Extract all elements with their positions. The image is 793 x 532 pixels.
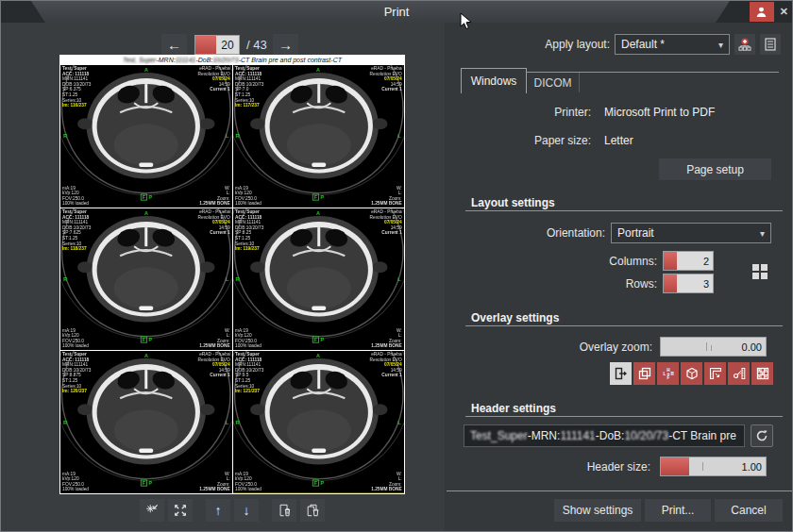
ct-cell[interactable]: Test, Super ACC: 111118 MRN:111141 DOB:1…: [60, 65, 232, 208]
delete-page-icon: [278, 503, 291, 518]
cell-overlay-top-left: Test, Super ACC: 111118 MRN:111141 DOB:1…: [235, 209, 263, 252]
orientation-marker-feet-posterior: F P: [312, 479, 324, 486]
print-preview-page: Test, Super-MRN:111141-DoB:10/20/73-CT B…: [59, 55, 405, 494]
delete-page-button[interactable]: [272, 499, 296, 522]
apply-layout-row: Apply layout: Default * ▾: [454, 34, 781, 55]
list-icon: [763, 37, 778, 52]
header-text-input[interactable]: Test_Super-MRN:111141-DoB:10/20/73-CT Br…: [464, 424, 745, 447]
cell-overlay-bottom-right: W: L: Zoom: 1.25MM BONE: [199, 472, 230, 492]
show-settings-button[interactable]: Show settings: [554, 499, 641, 522]
ct-cell[interactable]: Test, Super ACC: 111118 MRN:111141 DOB:1…: [60, 351, 232, 493]
orientation-marker-left: L: [226, 276, 229, 282]
stepper-drag-handle[interactable]: [195, 36, 216, 54]
paper-size-label: Paper size:: [454, 134, 591, 147]
move-page-down-button[interactable]: ↓: [234, 499, 259, 522]
page-number-stepper[interactable]: 20: [194, 35, 240, 55]
orientation-marker-right: R: [63, 420, 67, 425]
move-page-up-button[interactable]: ↑: [206, 499, 230, 522]
overlay-zoom-slider[interactable]: 0.00: [660, 337, 767, 357]
cell-overlay-top-right: eRAD - Prueba Revolution EVO 07/05/24 14…: [197, 209, 229, 236]
rows-label: Rows:: [525, 277, 657, 291]
paper-size-row: Paper size: Letter: [454, 134, 783, 147]
orientation-letters-button[interactable]: HLRF: [657, 362, 679, 385]
auto-fit-button[interactable]: [140, 499, 164, 522]
delete-all-pages-button[interactable]: [300, 499, 325, 522]
orientation-cube-button[interactable]: [681, 362, 702, 385]
columns-stepper[interactable]: 2: [663, 251, 714, 271]
cell-overlay-top-right: eRAD - Prueba Revolution EVO 07/05/24 14…: [197, 352, 229, 378]
overlay-zoom-value: 0.00: [742, 338, 762, 356]
grid-layout-picker-button[interactable]: [749, 260, 771, 283]
arrow-down-icon: ↓: [244, 503, 250, 518]
orientation-marker-anterior: A: [144, 354, 148, 358]
tab-dicom[interactable]: DICOM: [527, 73, 580, 92]
cell-overlay-top-right: eRAD - Prueba Revolution EVO 07/05/24 14…: [197, 66, 229, 92]
grid-table-icon: [756, 367, 769, 380]
svg-text:R: R: [670, 372, 674, 376]
orientation-marker-left: L: [397, 133, 401, 139]
printer-value: Microsoft Print to PDF: [604, 106, 715, 119]
rows-stepper[interactable]: 3: [663, 274, 714, 293]
overlay-settings-title: Overlay settings: [471, 311, 559, 324]
apply-layout-select[interactable]: Default * ▾: [615, 34, 730, 55]
orientation-letters-icon: HLRF: [662, 367, 675, 380]
apply-layout-value: Default *: [621, 38, 665, 51]
add-layout-icon: [737, 37, 752, 52]
grid-icon: [751, 262, 769, 281]
slider-fill[interactable]: [661, 457, 689, 475]
reset-header-button[interactable]: [751, 424, 773, 447]
orientation-marker-right: R: [63, 276, 67, 282]
save-layout-button[interactable]: [734, 34, 755, 55]
preview-toolbar: ↑ ↓: [59, 499, 405, 522]
stepper-drag-handle[interactable]: [664, 274, 677, 292]
ct-cell[interactable]: Test, Super ACC: 111118 MRN:111141 DOB:1…: [233, 351, 405, 493]
arrow-right-icon: →: [278, 37, 293, 53]
orientation-label: Orientation:: [473, 226, 605, 240]
cell-overlay-bottom-left: mA:19 kVp:120 FOV:250.0 100% loaded: [235, 328, 262, 349]
export-overlay-icon: [615, 367, 628, 380]
apply-layout-label: Apply layout:: [545, 38, 610, 51]
orientation-marker-anterior: A: [144, 210, 148, 215]
scale-key-button[interactable]: [728, 362, 750, 385]
orientation-marker-feet-posterior: F P: [141, 193, 152, 200]
header-size-slider[interactable]: 1.00: [660, 457, 767, 476]
key-ruler-icon: [733, 367, 746, 380]
page-total: / 43: [246, 38, 267, 52]
close-button[interactable]: ✕: [780, 2, 788, 22]
export-overlay-button[interactable]: [610, 362, 632, 385]
cell-overlay-bottom-right: W: L: Zoom: 1.25MM BONE: [199, 185, 230, 206]
arrow-left-icon: ←: [167, 37, 181, 53]
orientation-select[interactable]: Portrait ▾: [611, 223, 771, 243]
grid-table-button[interactable]: [751, 362, 773, 385]
cell-overlay-bottom-right: W: L: Zoom: 1.25MM BONE: [371, 328, 402, 349]
corner-ruler-button[interactable]: [704, 362, 726, 385]
ct-cell[interactable]: Test, Super ACC: 111118 MRN:111141 DOB:1…: [233, 65, 405, 208]
stacked-overlay-button[interactable]: [633, 362, 655, 385]
fit-screen-button[interactable]: [168, 499, 193, 522]
ct-cell[interactable]: Test, Super ACC: 111118 MRN:111141 DOB:1…: [60, 208, 232, 351]
layout-settings-title: Layout settings: [471, 196, 555, 209]
section-divider: [465, 210, 783, 211]
chevron-down-icon: ▾: [718, 40, 723, 50]
orientation-marker-anterior: A: [316, 67, 320, 72]
cell-overlay-top-left: Test, Super ACC: 111118 MRN:111141 DOB:1…: [235, 352, 263, 394]
cell-overlay-bottom-right: W: L: Zoom: 1.25MM BONE: [371, 185, 402, 206]
support-button[interactable]: [750, 2, 774, 22]
orientation-marker-right: R: [236, 420, 240, 425]
orientation-marker-right: R: [236, 276, 240, 282]
cell-overlay-top-left: Test, Super ACC: 111118 MRN:111141 DOB:1…: [62, 209, 91, 252]
overlay-icon-buttons: HLRF: [610, 362, 773, 385]
preview-grid: Test, Super ACC: 111118 MRN:111141 DOB:1…: [59, 65, 405, 494]
cancel-button[interactable]: Cancel: [715, 499, 783, 522]
print-button[interactable]: Print...: [645, 499, 711, 522]
prev-page-button[interactable]: ←: [161, 34, 187, 56]
tab-windows[interactable]: Windows: [461, 68, 527, 93]
layout-list-button[interactable]: [760, 34, 781, 55]
ct-cell[interactable]: Test, Super ACC: 111118 MRN:111141 DOB:1…: [233, 208, 405, 351]
orientation-marker-feet-posterior: F P: [312, 193, 324, 200]
next-page-button[interactable]: →: [273, 34, 298, 56]
printer-label: Printer:: [454, 106, 591, 119]
stepper-drag-handle[interactable]: [664, 252, 677, 270]
page-setup-button[interactable]: Page setup: [659, 158, 771, 180]
printer-row: Printer: Microsoft Print to PDF: [454, 106, 783, 119]
